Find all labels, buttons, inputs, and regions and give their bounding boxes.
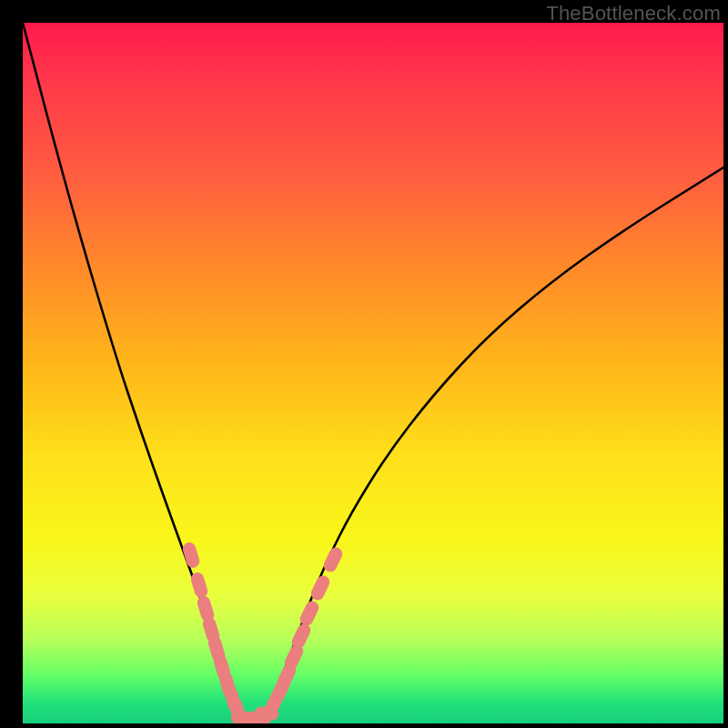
beads-group bbox=[189, 549, 336, 720]
bead bbox=[307, 608, 312, 620]
bead bbox=[220, 661, 224, 672]
attribution-watermark: TheBottleneck.com bbox=[546, 2, 721, 25]
chart-frame: TheBottleneck.com bbox=[0, 0, 728, 728]
bead bbox=[197, 579, 201, 591]
bead bbox=[189, 549, 193, 561]
bead bbox=[215, 642, 218, 654]
bead bbox=[291, 652, 297, 663]
plot-svg bbox=[23, 23, 723, 723]
bead bbox=[284, 671, 289, 682]
curve-right-branch bbox=[247, 167, 723, 719]
bead bbox=[330, 554, 336, 566]
bead bbox=[209, 623, 213, 635]
bead bbox=[318, 582, 323, 594]
plot-area bbox=[23, 23, 723, 723]
bead bbox=[298, 631, 304, 642]
bead bbox=[204, 602, 207, 614]
